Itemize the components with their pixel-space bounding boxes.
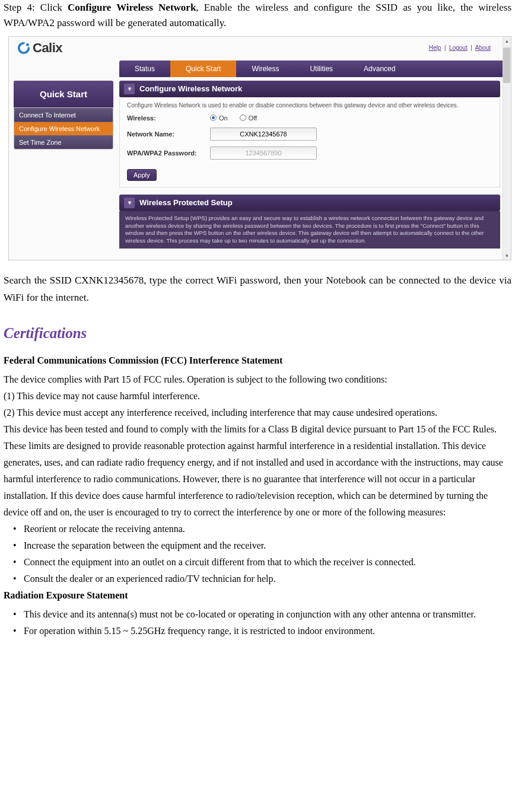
wpa-password-label: WPA/WPA2 Password: [127, 149, 210, 157]
main-nav: Status Quick Start Wireless Utilities Ad… [119, 60, 506, 77]
apply-button[interactable]: Apply [127, 169, 157, 181]
top-links: Help | Logout | About [429, 44, 491, 51]
panel-wps-description: Wireless Protected Setup (WPS) provides … [119, 211, 500, 249]
list-item: Increase the separation between the equi… [15, 537, 511, 554]
certifications-heading: Certifications [4, 325, 511, 342]
calix-logo-icon [17, 42, 30, 55]
fcc-statement-title: Federal Communications Commission (FCC) … [4, 352, 511, 369]
certifications-body: Federal Communications Commission (FCC) … [4, 352, 511, 639]
nav-quick-start[interactable]: Quick Start [170, 60, 236, 77]
wireless-off-radio[interactable]: Off [240, 114, 257, 122]
nav-utilities[interactable]: Utilities [294, 60, 348, 77]
post-screenshot-text: Search the SSID CXNK12345678, type the c… [4, 272, 511, 307]
sidebar: Quick Start Connect To Internet Configur… [14, 81, 113, 249]
logout-link[interactable]: Logout [449, 44, 468, 51]
list-item: Connect the equipment into an outlet on … [15, 554, 511, 571]
list-item: Consult the dealer or an experienced rad… [15, 571, 511, 587]
chevron-down-icon: ▾ [124, 84, 135, 94]
fcc-measures-list: Reorient or relocate the receiving anten… [4, 521, 511, 587]
wireless-label: Wireless: [127, 114, 210, 122]
wireless-on-radio[interactable]: On [210, 114, 228, 122]
network-name-label: Network Name: [127, 130, 210, 138]
scrollbar-track[interactable]: ▴ ▾ [503, 37, 511, 260]
list-item: For operation within 5.15 ~ 5.25GHz freq… [15, 623, 511, 639]
list-item: Reorient or relocate the receiving anten… [15, 521, 511, 537]
router-ui-screenshot: ▴ ▾ Calix Help | Logout | About Status [8, 36, 511, 260]
wpa-password-input[interactable] [210, 147, 317, 160]
panel-configure-wireless-body: Configure Wireless Network is used to en… [119, 97, 500, 187]
network-name-input[interactable] [210, 128, 317, 141]
panel-configure-wireless-header[interactable]: ▾ Configure Wireless Network [119, 81, 500, 97]
sidebar-item-time-zone[interactable]: Set Time Zone [14, 135, 113, 149]
nav-advanced[interactable]: Advanced [348, 60, 411, 77]
nav-status[interactable]: Status [119, 60, 170, 77]
nav-wireless[interactable]: Wireless [236, 60, 294, 77]
sidebar-item-configure-wireless[interactable]: Configure Wireless Network [14, 122, 113, 135]
scroll-up-icon[interactable]: ▴ [503, 37, 511, 45]
help-link[interactable]: Help [429, 44, 441, 51]
radiation-exposure-list: This device and its antenna(s) must not … [4, 606, 511, 639]
calix-logo: Calix [17, 40, 62, 56]
radio-checked-icon [210, 114, 217, 121]
scrollbar-thumb[interactable] [503, 47, 510, 83]
step-4-text: Step 4: Click Configure Wireless Network… [4, 0, 511, 31]
about-link[interactable]: About [475, 44, 491, 51]
radiation-exposure-title: Radiation Exposure Statement [4, 587, 511, 604]
chevron-down-icon: ▾ [124, 198, 135, 208]
panel-description: Configure Wireless Network is used to en… [127, 102, 492, 109]
radio-unchecked-icon [240, 114, 246, 121]
sidebar-title: Quick Start [14, 81, 113, 107]
list-item: This device and its antenna(s) must not … [15, 606, 511, 623]
sidebar-item-connect[interactable]: Connect To Internet [14, 108, 113, 122]
panel-wps-header[interactable]: ▾ Wireless Protected Setup [119, 195, 500, 211]
scroll-down-icon[interactable]: ▾ [503, 251, 511, 260]
svg-point-0 [26, 43, 29, 46]
